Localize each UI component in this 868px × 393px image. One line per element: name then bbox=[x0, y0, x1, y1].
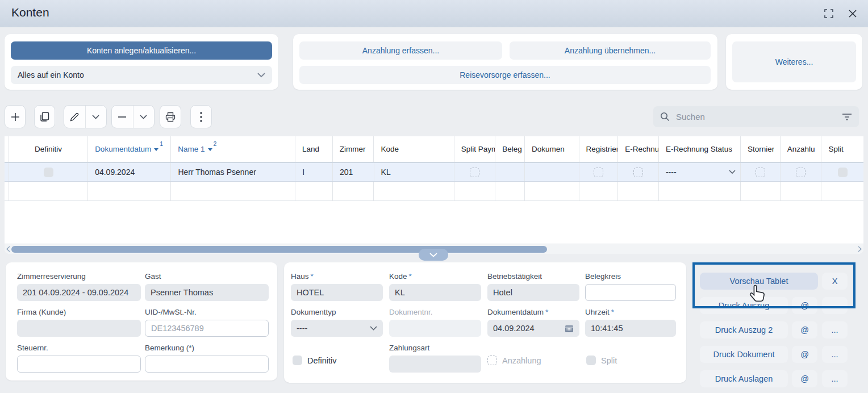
edit-menu-button[interactable] bbox=[86, 106, 107, 128]
scrollbar-thumb[interactable] bbox=[11, 246, 547, 253]
checkbox-disabled bbox=[633, 168, 643, 177]
anzahlung-checkbox bbox=[487, 356, 497, 365]
zahlungsart-label: Zahlungsart bbox=[389, 344, 429, 352]
uhrzeit-label: Uhrzeit* bbox=[585, 308, 614, 316]
page-title: Konten bbox=[11, 6, 49, 19]
collapse-panel-button[interactable] bbox=[419, 249, 448, 261]
close-button[interactable] bbox=[846, 7, 859, 20]
column-header-dokument[interactable]: Dokumen bbox=[525, 136, 579, 162]
column-header-name1[interactable]: Name 1 2 bbox=[171, 136, 295, 162]
column-header-kode[interactable]: Kode bbox=[374, 136, 454, 162]
uhrzeit-field[interactable]: 10:41:45 bbox=[585, 320, 676, 337]
druck-dokument-email-button[interactable]: @ bbox=[792, 346, 817, 363]
zimmerreservierung-field: 201 04.09.2024 - 09.09.2024 bbox=[17, 284, 141, 301]
column-header-land[interactable]: Land bbox=[295, 136, 333, 162]
deposit-capture-button[interactable]: Anzahlung erfassen... bbox=[299, 41, 502, 60]
gast-field: Psenner Thomas bbox=[145, 284, 269, 301]
required-marker: * bbox=[311, 272, 314, 281]
column-header-split-payment[interactable]: Split Paym bbox=[454, 136, 496, 162]
column-header-zimmer[interactable]: Zimmer bbox=[333, 136, 374, 162]
more-button[interactable]: Weiteres... bbox=[732, 41, 856, 82]
dokumenttyp-select[interactable]: ---- bbox=[291, 320, 383, 337]
chevron-down-icon bbox=[92, 115, 99, 119]
kode-field[interactable]: KL bbox=[389, 284, 481, 301]
bemerkung-field[interactable] bbox=[145, 356, 269, 373]
druck-auslagen-email-button[interactable]: @ bbox=[792, 370, 817, 387]
cell-dokumentdatum: 04.09.2024 bbox=[88, 163, 171, 181]
cell-registrierkasse bbox=[579, 163, 619, 181]
druck-auslagen-more-button[interactable]: ... bbox=[822, 370, 848, 387]
accounts-table: Definitiv Dokumentdatum 1 Name 1 2 Land … bbox=[5, 136, 863, 254]
cell-definitiv bbox=[9, 163, 88, 181]
druck-auslagen-button[interactable]: Druck Auslagen bbox=[700, 370, 788, 387]
column-header-registrierkasse[interactable]: Registrier bbox=[579, 136, 619, 162]
maximize-button[interactable] bbox=[823, 7, 835, 20]
remove-button[interactable] bbox=[112, 106, 133, 128]
print-button[interactable] bbox=[160, 105, 181, 128]
split-checkbox bbox=[586, 356, 596, 365]
checkbox-disabled bbox=[796, 168, 806, 177]
e-rechnung-status-select[interactable]: ---- bbox=[666, 168, 740, 177]
copy-button[interactable] bbox=[34, 105, 55, 128]
druck-auszug2-email-button[interactable]: @ bbox=[792, 321, 817, 338]
dokumentnr-field bbox=[389, 320, 481, 337]
add-button[interactable] bbox=[5, 105, 26, 128]
required-marker: * bbox=[409, 272, 412, 281]
haus-field[interactable]: HOTEL bbox=[291, 284, 383, 301]
account-actions-card: Konten anlegen/aktualisieren... Alles au… bbox=[5, 34, 278, 90]
cell-e-rechnung bbox=[618, 163, 659, 181]
checkbox-unchecked bbox=[44, 168, 53, 177]
column-header-dokumentdatum[interactable]: Dokumentdatum 1 bbox=[88, 136, 171, 162]
cell-split-payment bbox=[454, 163, 496, 181]
search-input[interactable] bbox=[675, 111, 842, 122]
cell-dokument bbox=[525, 163, 579, 181]
table-row[interactable]: 04.09.2024 Herr Thomas Psenner I 201 KL … bbox=[5, 162, 863, 182]
druck-auszug2-more-button[interactable]: ... bbox=[822, 321, 848, 338]
uid-field[interactable]: DE123456789 bbox=[145, 320, 269, 337]
bemerkung-label: Bemerkung (*) bbox=[145, 344, 194, 352]
create-update-accounts-button[interactable]: Konten anlegen/aktualisieren... bbox=[11, 41, 272, 60]
remove-split-button bbox=[111, 105, 155, 128]
firma-label: Firma (Kunde) bbox=[17, 308, 66, 316]
betriebstaetigkeit-label: Betriebstätigkeit bbox=[487, 272, 542, 281]
definitiv-checkbox[interactable] bbox=[293, 356, 302, 365]
cell-kode: KL bbox=[374, 163, 454, 181]
firma-field bbox=[17, 320, 141, 337]
checkbox-disabled bbox=[756, 168, 765, 177]
column-header-e-rechnung-status[interactable]: E-Rechnung Status bbox=[659, 136, 741, 162]
uid-label: UID-/MwSt.-Nr. bbox=[145, 308, 197, 316]
table-row-empty[interactable] bbox=[5, 182, 863, 201]
scroll-right-icon[interactable] bbox=[858, 246, 862, 252]
belegkreis-field[interactable] bbox=[585, 284, 676, 301]
druck-auszug2-button[interactable]: Druck Auszug 2 bbox=[700, 321, 788, 338]
more-menu-button[interactable] bbox=[190, 105, 212, 128]
dokumentdatum-field[interactable]: 04.09.2024 bbox=[487, 320, 579, 337]
filter-icon[interactable] bbox=[842, 113, 852, 121]
travel-provision-button[interactable]: Reisevorsorge erfassen... bbox=[299, 66, 711, 84]
column-header-definitiv[interactable]: Definitiv bbox=[9, 136, 88, 162]
definitiv-checkbox-label: Definitiv bbox=[307, 356, 337, 365]
calendar-icon[interactable] bbox=[565, 324, 574, 333]
betriebstaetigkeit-field[interactable]: Hotel bbox=[487, 284, 579, 301]
deposit-apply-button[interactable]: Anzahlung übernehmen... bbox=[510, 41, 711, 60]
steuernr-field[interactable] bbox=[17, 356, 141, 373]
account-mode-select[interactable]: Alles auf ein Konto bbox=[11, 66, 272, 84]
steuernr-label: Steuernr. bbox=[17, 344, 48, 352]
druck-dokument-more-button[interactable]: ... bbox=[822, 346, 848, 363]
column-header-storniert[interactable]: Stornier bbox=[741, 136, 781, 162]
chevron-down-icon bbox=[257, 73, 265, 78]
column-header-anzahlung[interactable]: Anzahlu bbox=[781, 136, 822, 162]
column-header-e-rechnung[interactable]: E-Rechnu bbox=[618, 136, 659, 162]
druck-dokument-button[interactable]: Druck Dokument bbox=[700, 346, 788, 363]
column-header-split[interactable]: Split bbox=[821, 136, 863, 162]
minus-icon bbox=[118, 116, 127, 118]
cell-e-rechnung-status: ---- bbox=[659, 163, 741, 181]
column-header-beleg[interactable]: Beleg bbox=[495, 136, 525, 162]
plus-icon bbox=[10, 112, 20, 122]
scroll-left-icon[interactable] bbox=[6, 246, 10, 252]
highlight-rectangle bbox=[692, 262, 856, 308]
edit-button[interactable] bbox=[64, 106, 86, 128]
remove-menu-button[interactable] bbox=[133, 106, 155, 128]
cell-anzahlung bbox=[781, 163, 822, 181]
required-marker: * bbox=[545, 308, 548, 316]
